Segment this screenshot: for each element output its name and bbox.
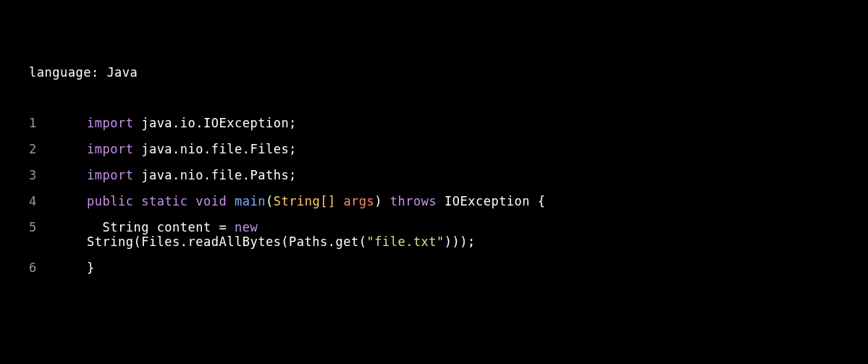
paren-open: ( xyxy=(266,194,274,208)
language-value: Java xyxy=(106,65,138,80)
code-content: import java.io.IOException; xyxy=(87,116,297,130)
line-number: 4 xyxy=(29,194,87,208)
keyword-new: new xyxy=(235,220,258,234)
code-line: 3 import java.nio.file.Paths; xyxy=(29,168,839,182)
exception-type: IOException xyxy=(437,194,538,208)
keyword-static: static xyxy=(141,194,187,208)
string-literal: "file.txt" xyxy=(366,234,444,249)
brace-close: } xyxy=(87,261,95,275)
keyword-import: import xyxy=(87,116,133,130)
param-args: args xyxy=(336,194,375,208)
code-line: 6 } xyxy=(29,261,839,275)
language-label: language: xyxy=(29,65,99,80)
closing-parens: ))); xyxy=(444,234,476,249)
code-line: 4 public static void main(String[] args)… xyxy=(29,194,839,208)
keyword-import: import xyxy=(87,142,133,156)
type-string-array: String[] xyxy=(274,194,336,208)
import-path: java.io.IOException; xyxy=(133,116,296,130)
line-number: 3 xyxy=(29,168,87,182)
code-content: public static void main(String[] args) t… xyxy=(87,194,546,208)
language-header: language: Java xyxy=(29,65,839,80)
brace-open: { xyxy=(538,194,546,208)
line-number: 6 xyxy=(29,261,87,275)
function-main: main xyxy=(235,194,266,208)
code-content: String content = new String(Files.readAl… xyxy=(87,220,630,249)
code-line: 1 import java.io.IOException; xyxy=(29,116,839,130)
code-block: 1 import java.io.IOException; 2 import j… xyxy=(29,116,839,275)
line-number: 2 xyxy=(29,142,87,156)
import-path: java.nio.file.Files; xyxy=(133,142,296,156)
code-line: 5 String content = new String(Files.read… xyxy=(29,220,839,249)
declaration: String content = xyxy=(87,220,235,234)
code-content: import java.nio.file.Files; xyxy=(87,142,297,156)
keyword-public: public xyxy=(87,194,133,208)
paren-close: ) xyxy=(374,194,382,208)
keyword-throws: throws xyxy=(390,194,437,208)
code-line: 2 import java.nio.file.Files; xyxy=(29,142,839,156)
import-path: java.nio.file.Paths; xyxy=(133,168,296,182)
code-content: } xyxy=(87,261,95,275)
code-content: import java.nio.file.Paths; xyxy=(87,168,297,182)
line-number: 5 xyxy=(29,220,87,234)
line-number: 1 xyxy=(29,116,87,130)
keyword-import: import xyxy=(87,168,133,182)
keyword-void: void xyxy=(195,194,227,208)
call-chain: String(Files.readAllBytes(Paths.get( xyxy=(87,234,366,249)
